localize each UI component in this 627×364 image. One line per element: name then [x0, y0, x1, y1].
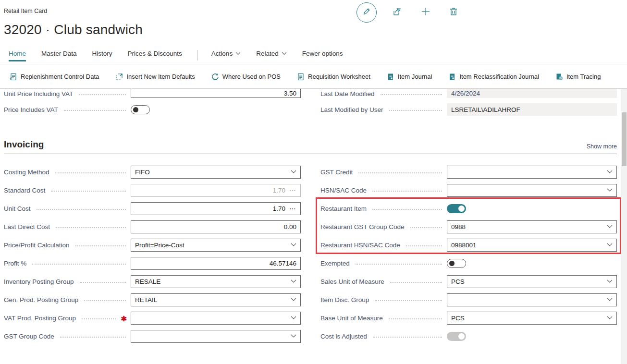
dotted-leader	[60, 337, 126, 338]
new-button[interactable]	[419, 6, 432, 19]
dotted-leader	[373, 337, 442, 338]
gen-prod-posting-group-select[interactable]: RETAIL	[131, 293, 301, 306]
vat-prod-posting-group-select[interactable]	[131, 312, 301, 325]
tab-history[interactable]: History	[92, 50, 112, 61]
invoicing-section-header: Invoicing Show more	[4, 139, 617, 154]
required-asterisk: ✱	[121, 315, 127, 323]
unit-price-including-vat-input[interactable]: 3.50	[131, 89, 301, 98]
menu-bar: Home Master Data History Prices & Discou…	[0, 50, 627, 64]
item-journal-icon	[387, 73, 394, 81]
field-row-standard-cost: Standard Cost 1.70 ⋯	[4, 181, 301, 199]
item-reclassification-journal-button[interactable]: Item Reclassification Journal	[448, 73, 539, 81]
field-row-base-unit-of-measure: Base Unit of Measure PCS	[320, 309, 617, 327]
chevron-down-icon	[607, 298, 613, 302]
sales-unit-of-measure-select[interactable]: PCS	[447, 275, 617, 288]
replenishment-control-data-icon	[10, 73, 17, 81]
requisition-worksheet-button[interactable]: Requisition Worksheet	[297, 73, 370, 81]
field-row-restaurant-item: Restaurant Item	[320, 199, 617, 218]
dotted-leader	[406, 245, 442, 246]
field-label: Last Date Modified	[320, 90, 375, 97]
scrollbar-thumb[interactable]	[622, 112, 627, 166]
base-unit-of-measure-select[interactable]: PCS	[447, 312, 617, 325]
gst-credit-select[interactable]	[447, 166, 617, 179]
fewer-options-button[interactable]: Fewer options	[302, 50, 343, 57]
chevron-down-icon	[291, 279, 296, 283]
dotted-leader	[51, 191, 126, 192]
chevron-down-icon	[607, 316, 613, 320]
field-row-costing-method: Costing Method FIFO	[4, 163, 301, 181]
vertical-scrollbar[interactable]	[621, 89, 627, 364]
chevron-down-icon	[291, 334, 296, 338]
tab-prices-discounts[interactable]: Prices & Discounts	[128, 50, 182, 61]
dotted-leader	[80, 282, 126, 283]
toggle-knob	[458, 333, 465, 340]
exempted-toggle[interactable]	[447, 259, 466, 268]
chevron-down-icon	[607, 170, 613, 174]
menu-actions[interactable]: Actions	[211, 50, 241, 57]
field-row-price-includes-vat: Price Includes VAT	[4, 98, 301, 121]
menu-related[interactable]: Related	[256, 50, 287, 57]
invoicing-fields: Costing Method FIFO Standard Cost 1.70 ⋯…	[4, 163, 617, 345]
dotted-leader	[358, 172, 442, 173]
unit-cost-input[interactable]: 1.70 ⋯	[131, 202, 301, 215]
item-tracing-button[interactable]: Item Tracing	[555, 73, 601, 81]
retail-item-card-page: Retail Item Card 32020 · Club sandwich H…	[0, 0, 627, 364]
tab-home[interactable]: Home	[9, 50, 26, 61]
field-label: Last Modified by User	[320, 106, 383, 113]
edit-button[interactable]	[357, 2, 377, 23]
restaurant-hsn-sac-code-select[interactable]: 0988001	[447, 239, 617, 252]
profit-pct-input[interactable]: 46.57146	[131, 257, 301, 270]
costing-method-select[interactable]: FIFO	[131, 166, 301, 179]
inventory-posting-group-select[interactable]: RESALE	[131, 275, 301, 288]
item-tracing-icon	[555, 73, 563, 81]
price-includes-vat-toggle[interactable]	[131, 105, 150, 114]
show-more-link[interactable]: Show more	[587, 143, 617, 150]
dotted-leader	[55, 172, 126, 173]
field-label: Price Includes VAT	[4, 106, 58, 113]
cost-is-adjusted-toggle	[447, 332, 466, 341]
field-row-gen-prod-posting-group: Gen. Prod. Posting Group RETAIL	[4, 291, 301, 309]
field-row-unit-cost: Unit Cost 1.70 ⋯	[4, 199, 301, 218]
price-profit-calculation-select[interactable]: Profit=Price-Cost	[131, 239, 301, 252]
dotted-leader	[381, 94, 442, 95]
restaurant-gst-group-code-select[interactable]: 0988	[447, 220, 617, 233]
toggle-knob	[133, 107, 138, 112]
hsn-sac-code-select[interactable]	[447, 184, 617, 197]
page-title: 32020 · Club sandwich	[4, 22, 143, 37]
page-caption: Retail Item Card	[4, 8, 47, 14]
field-row-last-modified-by-user: Last Modified by User LSRETAIL\ADILAHROF	[320, 98, 617, 121]
field-row-sales-unit-of-measure: Sales Unit of Measure PCS	[320, 272, 617, 291]
field-row-unit-price-including-vat: Unit Price Including VAT 3.50	[4, 89, 301, 98]
gst-group-code-select[interactable]	[131, 330, 301, 343]
last-date-modified-value: 4/26/2024	[447, 89, 617, 98]
replenishment-control-data-button[interactable]: Replenishment Control Data	[10, 73, 99, 81]
dotted-leader	[37, 209, 126, 210]
dotted-leader	[84, 300, 126, 301]
dotted-leader	[372, 209, 442, 210]
delete-button[interactable]	[447, 6, 460, 19]
dotted-leader	[32, 264, 126, 265]
dotted-leader	[389, 318, 442, 319]
item-disc-group-select[interactable]	[447, 293, 617, 306]
field-row-vat-prod-posting-group: VAT Prod. Posting Group✱	[4, 309, 301, 327]
last-direct-cost-input[interactable]: 0.00	[131, 220, 301, 233]
field-row-last-date-modified: Last Date Modified 4/26/2024	[320, 89, 617, 98]
field-row-exempted: Exempted	[320, 254, 617, 272]
restaurant-item-toggle[interactable]	[447, 204, 466, 213]
dotted-leader	[372, 191, 442, 192]
insert-new-item-defaults-button[interactable]: Insert New Item Defaults	[115, 73, 195, 81]
item-journal-button[interactable]: Item Journal	[387, 73, 432, 81]
dotted-leader	[410, 227, 442, 228]
where-used-on-pos-button[interactable]: Where Used on POS	[211, 73, 281, 81]
action-toolbar: Replenishment Control Data Insert New It…	[0, 65, 627, 89]
field-row-profit-pct: Profit % 46.57146	[4, 254, 301, 272]
invoicing-left-column: Costing Method FIFO Standard Cost 1.70 ⋯…	[4, 163, 301, 345]
dotted-leader	[82, 318, 116, 319]
chevron-down-icon	[291, 170, 296, 174]
page-action-bar	[357, 1, 460, 24]
requisition-worksheet-icon	[297, 73, 305, 81]
share-button[interactable]	[391, 6, 405, 19]
tab-master-data[interactable]: Master Data	[41, 50, 77, 61]
field-row-gst-group-code: GST Group Code	[4, 327, 301, 345]
assist-edit-icon[interactable]: ⋯	[289, 205, 296, 212]
